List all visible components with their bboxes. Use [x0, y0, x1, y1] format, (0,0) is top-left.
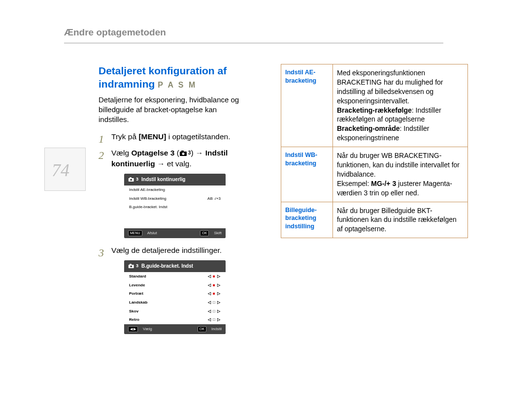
row-body: Med eksponeringsfunktionen BRACKETING ha…	[333, 64, 468, 147]
table-row: Indstil WB-bracketing Når du bruger WB B…	[281, 147, 468, 202]
panel-row[interactable]: Portræt◁ ■ ▷	[124, 289, 226, 298]
body-text: Med eksponeringsfunktionen BRACKETING ha…	[337, 69, 443, 105]
selection-marker: ◁ ■ ▷	[208, 291, 221, 297]
row-label: Standard	[129, 274, 146, 279]
content: Detaljeret konfiguration af indramning P…	[99, 64, 468, 341]
panel-header-num: 3	[136, 263, 138, 269]
page-number: 74	[52, 160, 69, 181]
panel-row[interactable]: Indstil AE-bracketing	[124, 185, 226, 194]
row-label: Landskab	[129, 300, 147, 306]
footer-left-label: Vælg	[143, 326, 152, 332]
step-number: 2	[99, 148, 104, 163]
row-body: Når du bruger WB BRACKETING-funktionen, …	[333, 147, 468, 202]
step-2-post: → et valg.	[155, 159, 192, 168]
panel-row[interactable]: B.guide-bracket. Indst	[124, 203, 226, 212]
selection-marker: ◁ ■ ▷	[208, 274, 221, 279]
row-label: Indstil AE-bracketing	[281, 64, 333, 147]
panel-header-num: 3	[136, 176, 138, 183]
svg-point-2	[182, 153, 184, 155]
camera-icon: 3	[128, 263, 138, 269]
row-label: Portræt	[129, 291, 143, 297]
body-text: Eksempel:	[337, 180, 371, 187]
menu-panel-bguide-bracket: 3 B.guide-bracket. Indst Standard◁ ■ ▷ L…	[124, 260, 226, 334]
panel-footer: ◀ ▶ Vælg OK Indstil	[124, 324, 226, 334]
step-1: 1 Tryk på [MENU] i optagetilstanden.	[99, 131, 246, 142]
step-2-mid2: ) →	[191, 149, 205, 157]
footer-right-label: Indstil	[211, 326, 222, 332]
selection-marker: ◁ □ ▷	[208, 317, 221, 323]
body-bold: MG-/+ 3	[371, 180, 396, 187]
footer-left-label: Afslut	[147, 230, 157, 236]
body-text: Når du bruger WB BRACKETING-funktionen, …	[337, 152, 460, 178]
manual-page: Ændre optagemetoden 74 Detaljeret konfig…	[0, 0, 532, 401]
camera-icon: 3	[128, 176, 138, 183]
panel-row[interactable]: Levende◁ ■ ▷	[124, 281, 226, 290]
step-3: 3 Vælg de detaljerede indstillinger. 3 B…	[99, 245, 246, 334]
table-row: Indstil AE-bracketing Med eksponeringsfu…	[281, 64, 468, 147]
step-2-pre: Vælg	[111, 149, 132, 157]
selection-marker: ◁ □ ▷	[208, 308, 221, 314]
menu-key-icon: MENU	[128, 230, 142, 236]
header: Ændre optagemetoden	[64, 27, 443, 43]
menu-panel-indstil-kontinuerlig: 3 Indstil kontinuerlig Indstil AE-bracke…	[124, 174, 226, 238]
body-bold: Bracketing-rækkefølge	[337, 106, 412, 114]
info-table: Indstil AE-bracketing Med eksponeringsfu…	[281, 64, 468, 238]
steps-list: 1 Tryk på [MENU] i optagetilstanden. 2 V…	[99, 131, 246, 334]
row-label: Indstil WB-bracketing	[281, 147, 333, 202]
panel-row[interactable]: Landskab◁ □ ▷	[124, 298, 226, 307]
body-bold: Bracketing-område	[337, 124, 400, 132]
panel-body: Standard◁ ■ ▷ Levende◁ ■ ▷ Portræt◁ ■ ▷ …	[124, 272, 226, 324]
svg-point-8	[130, 265, 132, 267]
panel-row[interactable]: Indstil WB-bracketingAB -/+3	[124, 194, 226, 203]
heading-line-2: indramning	[99, 78, 155, 90]
selection-marker: ◁ □ ▷	[208, 300, 221, 306]
row-label: Skov	[129, 308, 138, 314]
step-1-bold: [MENU]	[138, 132, 166, 141]
panel-body: Indstil AE-bracketing Indstil WB-bracket…	[124, 185, 226, 228]
panel-row[interactable]: Retro◁ □ ▷	[124, 315, 226, 324]
row-label: Indstil WB-bracketing	[129, 196, 166, 202]
panel-row[interactable]: Skov◁ □ ▷	[124, 307, 226, 316]
step-3-text: Vælg de detaljerede indstillinger.	[111, 246, 222, 254]
camera-3-icon: 3	[179, 150, 191, 157]
svg-rect-1	[181, 151, 184, 152]
selection-marker: ◁ ■ ▷	[208, 282, 221, 288]
step-1-post: i optagetilstanden.	[166, 132, 230, 141]
panel-title: Indstil kontinuerlig	[141, 176, 185, 184]
heading-line-1: Detaljeret konfiguration af	[99, 65, 227, 76]
mode-letters: P A S M	[158, 81, 197, 89]
row-value: AB -/+3	[207, 196, 221, 202]
panel-footer: MENU Afslut OK Skift	[124, 228, 226, 238]
step-2-mid: (	[174, 149, 179, 157]
ok-key-icon: OK	[198, 326, 206, 332]
ok-key-icon: OK	[200, 230, 209, 236]
footer-right-label: Skift	[214, 230, 222, 236]
step-number: 3	[99, 245, 104, 261]
row-label: B.guide-bracket. Indst	[129, 204, 167, 210]
row-label: Billeguide-bracketing indstilling	[281, 202, 333, 238]
panel-header: 3 B.guide-bracket. Indst	[124, 260, 226, 273]
intro-text: Detaljerne for eksponering, hvidbalance …	[99, 95, 246, 125]
step-1-pre: Tryk på	[111, 132, 138, 141]
panel-title: B.guide-bracket. Indst	[141, 263, 193, 270]
row-body: Når du bruger Billedguide BKT-funktionen…	[333, 202, 468, 238]
svg-rect-4	[130, 177, 132, 178]
panel-row[interactable]: Standard◁ ■ ▷	[124, 272, 226, 281]
row-label: Levende	[129, 282, 145, 288]
section-heading: Detaljeret konfiguration af indramning P…	[99, 64, 246, 91]
header-title: Ændre optagemetoden	[64, 27, 166, 37]
step-2: 2 Vælg Optagelse 3 (3) → Indstil kontinu…	[99, 148, 246, 238]
step-2-b1: Optagelse 3	[132, 149, 175, 157]
table-row: Billeguide-bracketing indstilling Når du…	[281, 202, 468, 238]
right-column: Indstil AE-bracketing Med eksponeringsfu…	[281, 64, 468, 341]
svg-point-5	[130, 179, 132, 181]
panel-header: 3 Indstil kontinuerlig	[124, 174, 226, 186]
row-label: Retro	[129, 317, 139, 323]
row-label: Indstil AE-bracketing	[129, 187, 165, 193]
arrows-key-icon: ◀ ▶	[128, 326, 138, 332]
svg-rect-7	[130, 264, 132, 265]
left-column: Detaljeret konfiguration af indramning P…	[99, 64, 246, 341]
step-number: 1	[99, 131, 104, 147]
